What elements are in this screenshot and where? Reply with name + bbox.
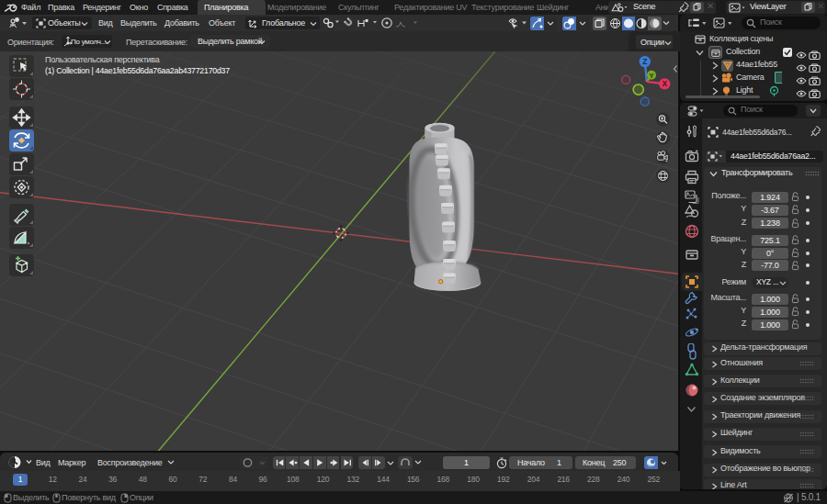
svg-text:Z: Z <box>642 57 647 66</box>
svg-text:X: X <box>663 79 668 88</box>
svg-text:Y: Y <box>650 72 654 80</box>
